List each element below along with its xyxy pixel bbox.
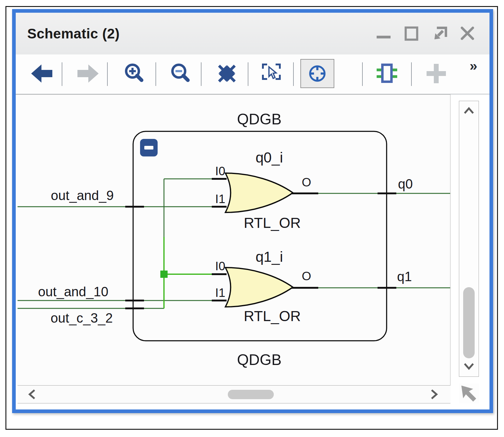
net-label-out_and_10[interactable]: out_and_10 (38, 284, 108, 299)
net-label-q1[interactable]: q1 (397, 269, 412, 284)
toolbar-overflow-button[interactable]: » (463, 56, 484, 75)
toolbar-separator (411, 62, 412, 86)
toolbar-separator (293, 62, 294, 86)
titlebar[interactable]: Schematic (2) (16, 13, 489, 55)
gate-type-label: RTL_OR (244, 215, 301, 231)
cell-pins-button[interactable] (374, 61, 400, 86)
maximize-icon (403, 25, 420, 42)
chevron-down-icon (462, 360, 476, 373)
scroll-up-button[interactable] (462, 105, 476, 118)
pin-label-o: O (302, 176, 311, 189)
chevron-up-icon (462, 105, 476, 118)
block-label-bottom[interactable]: QDGB (237, 351, 281, 368)
close-button[interactable] (459, 24, 477, 44)
schematic-canvas[interactable]: QDGB QDGB (16, 94, 450, 386)
minimize-icon (375, 25, 392, 42)
toolbar-separator (362, 62, 363, 86)
zoom-out-icon (167, 61, 193, 86)
vertical-scroll-thumb[interactable] (463, 287, 475, 358)
zoom-to-selection-icon (259, 61, 284, 86)
minus-icon (144, 146, 153, 150)
net-label-out_and_9[interactable]: out_and_9 (51, 188, 114, 203)
zoom-fit-icon (214, 61, 240, 86)
toolbar-separator (62, 62, 62, 86)
schematic-window: Schematic (2) (12, 9, 493, 413)
pin-label-i0: I0 (215, 164, 225, 178)
arrow-right-icon (76, 61, 101, 86)
autofit-selection-button[interactable] (300, 59, 334, 88)
vertical-scrollbar[interactable] (459, 101, 479, 377)
collapse-block-button[interactable] (140, 139, 158, 156)
arrow-left-icon (29, 61, 54, 86)
cell-with-pins-icon (374, 61, 400, 86)
scroll-right-button[interactable] (427, 388, 440, 401)
pin-label-i0: I0 (215, 259, 225, 273)
corner-arrow-nw-icon (459, 384, 479, 404)
zoom-fit-button[interactable] (214, 61, 240, 86)
toolbar-separator (201, 62, 201, 86)
autofit-selection-icon (305, 61, 330, 86)
or-gate-q0_i[interactable] (225, 173, 293, 212)
float-icon (431, 25, 448, 42)
window-title: Schematic (2) (27, 25, 120, 42)
add-button[interactable] (424, 61, 449, 86)
toolbar-separator (248, 62, 248, 86)
close-icon (459, 25, 476, 42)
horizontal-scrollbar[interactable] (18, 385, 450, 403)
horizontal-scroll-thumb[interactable] (228, 390, 274, 399)
toolbar: » (16, 54, 489, 94)
net-junction (160, 271, 168, 278)
scroll-left-button[interactable] (26, 388, 39, 401)
zoom-to-selection-button[interactable] (259, 61, 284, 86)
toolbar-separator (155, 62, 156, 86)
pin-label-o: O (302, 269, 311, 283)
gate-type-label: RTL_OR (244, 308, 301, 324)
gate-instance-label[interactable]: q0_i (256, 150, 283, 166)
previous-button[interactable] (29, 61, 54, 86)
zoom-in-button[interactable] (121, 61, 146, 86)
scroll-corner[interactable] (459, 384, 479, 404)
or-gate-q1_i[interactable] (225, 268, 293, 307)
screenshot-root: Schematic (2) (0, 0, 504, 437)
pin-label-i1: I1 (215, 286, 225, 299)
scroll-down-button[interactable] (462, 360, 476, 373)
next-button[interactable] (76, 61, 101, 86)
toolbar-separator (107, 62, 108, 86)
maximize-button[interactable] (403, 24, 421, 44)
net-label-q0[interactable]: q0 (398, 176, 413, 191)
pin-label-i1: I1 (215, 192, 225, 205)
chevron-right-icon (427, 388, 440, 401)
gate-instance-label[interactable]: q1_i (256, 249, 283, 265)
float-button[interactable] (431, 24, 450, 44)
zoom-in-icon (121, 61, 146, 86)
schematic-drawing: QDGB QDGB (16, 95, 450, 386)
window-content: Schematic (2) (16, 13, 489, 409)
net-label-out_c_3_2[interactable]: out_c_3_2 (51, 310, 113, 325)
minimize-button[interactable] (375, 24, 393, 44)
chevron-left-icon (26, 388, 39, 401)
plus-icon (424, 61, 449, 86)
zoom-out-button[interactable] (167, 61, 193, 86)
block-label-top[interactable]: QDGB (237, 111, 281, 128)
